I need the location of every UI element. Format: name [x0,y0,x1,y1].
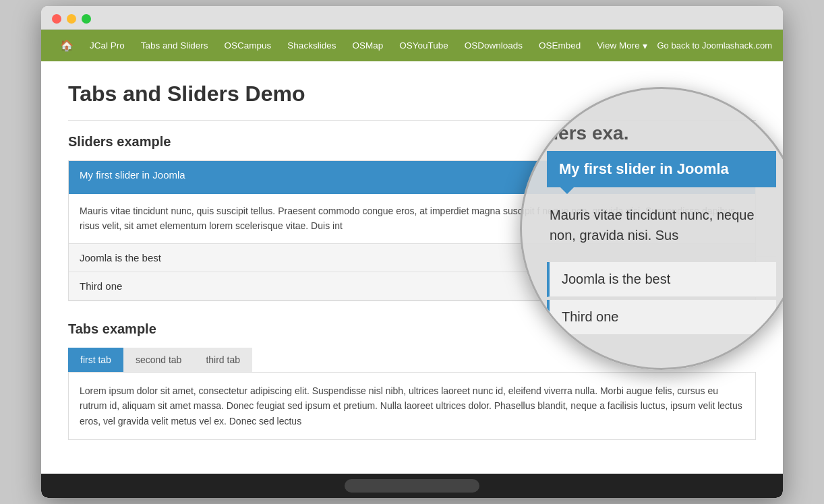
slider-item-3[interactable]: Third one [69,272,755,301]
tab-content: Lorem ipsum dolor sit amet, consectetur … [68,372,756,440]
slider-header-1[interactable]: My first slider in Joomla [69,161,755,194]
navbar-item-tabssliders[interactable]: Tabs and Sliders [133,31,216,60]
chevron-down-icon: ▾ [643,40,647,51]
navbar-goback[interactable]: Go back to Joomlashack.com [657,31,772,60]
slider-item-1[interactable]: My first slider in Joomla Mauris vitae t… [69,161,755,244]
navbar-item-osdownloads[interactable]: OSDownloads [457,31,531,60]
divider [68,120,756,121]
main-content: Tabs and Sliders Demo Sliders example My… [41,61,783,474]
taskbar [41,474,783,498]
tab-first[interactable]: first tab [68,348,123,372]
slider-header-3[interactable]: Third one [69,272,755,300]
navbar-item-osembed[interactable]: OSEmbed [531,31,589,60]
sliders-section: Sliders example My first slider in Jooml… [68,134,756,301]
close-button[interactable] [52,14,61,24]
slider-container: My first slider in Joomla Mauris vitae t… [68,160,756,301]
navbar-item-oscampus[interactable]: OSCampus [216,31,280,60]
page-title: Tabs and Sliders Demo [68,82,756,106]
browser-window: 🏠 JCal Pro Tabs and Sliders OSCampus Sha… [41,6,783,498]
tabs-section: Tabs example first tab second tab third … [68,321,756,440]
home-icon[interactable]: 🏠 [52,30,82,61]
minimize-button[interactable] [67,14,76,24]
tab-third[interactable]: third tab [194,348,252,372]
navbar-item-shackslides[interactable]: Shackslides [279,31,344,60]
navbar-item-jcalpro[interactable]: JCal Pro [82,31,133,60]
sliders-heading: Sliders example [68,134,756,150]
taskbar-pill [345,479,479,493]
navbar-item-osyoutube[interactable]: OSYouTube [391,31,457,60]
navbar-viewmore[interactable]: View More ▾ [589,31,655,61]
slider-body-1: Mauris vitae tincidunt nunc, quis suscip… [69,194,755,243]
tabs-heading: Tabs example [68,321,756,337]
maximize-button[interactable] [82,14,91,24]
tab-second[interactable]: second tab [123,348,194,372]
browser-chrome [41,6,783,30]
tabs-nav: first tab second tab third tab [68,348,756,372]
slider-item-2[interactable]: Joomla is the best [69,244,755,272]
slider-header-2[interactable]: Joomla is the best [69,244,755,272]
navbar: 🏠 JCal Pro Tabs and Sliders OSCampus Sha… [41,30,783,61]
navbar-item-osmap[interactable]: OSMap [344,31,391,60]
